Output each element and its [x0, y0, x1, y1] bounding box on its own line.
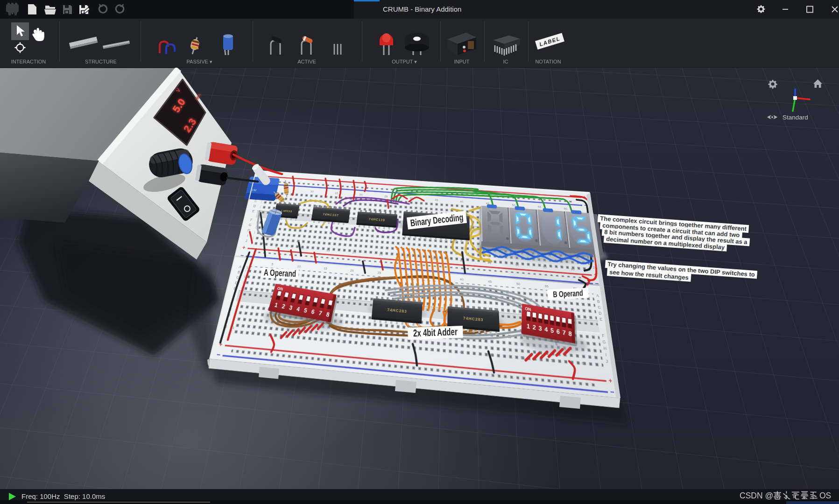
svg-text:Standard: Standard — [783, 114, 808, 121]
svg-text:B Operand: B Operand — [553, 288, 583, 299]
svg-text:OS: OS — [819, 491, 831, 500]
svg-text:A Operand: A Operand — [263, 267, 296, 279]
svg-text:2x 4bit Adder: 2x 4bit Adder — [413, 326, 458, 339]
svg-text:Freq: 100Hz Step: 10.0ms: Freq: 100Hz Step: 10.0ms — [21, 492, 105, 500]
svg-text:CSDN @: CSDN @ — [740, 491, 773, 500]
